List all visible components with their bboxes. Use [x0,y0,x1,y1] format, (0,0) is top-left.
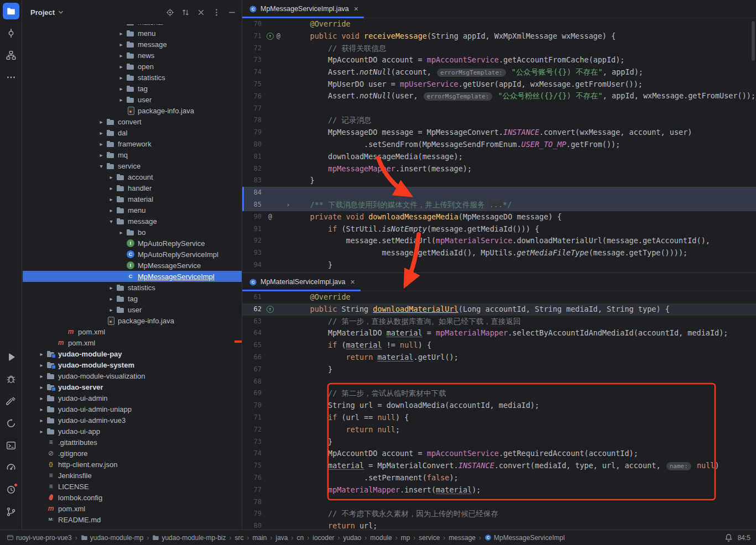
commit-tool-button[interactable] [3,25,19,41]
tree-item[interactable]: ▸message [23,39,242,50]
breadcrumb-item[interactable]: module [370,534,392,542]
chevron-right-icon[interactable]: ▸ [37,351,46,357]
code-text[interactable]: // 获得关联信息 [292,43,756,55]
overriding-method-icon[interactable]: ↑ [267,306,274,313]
code-text[interactable]: MpMaterialDO material = mpMaterialMapper… [292,327,756,339]
code-text[interactable]: MpMessageDO message = MpMessageConvert.I… [292,127,756,139]
code-text[interactable]: material = MpMaterialConvert.INSTANCE.co… [292,460,756,473]
breadcrumb-item[interactable]: src [235,534,244,542]
chevron-right-icon[interactable]: ▸ [97,152,106,158]
chevron-right-icon[interactable]: ▸ [107,307,116,313]
chevron-right-icon[interactable]: ▸ [97,119,106,125]
code-text[interactable]: message.setMediaUrl(mpMaterialService.do… [292,235,756,247]
breadcrumb-item[interactable]: yudao [343,534,362,542]
chevron-right-icon[interactable]: ▸ [37,373,46,379]
chevron-right-icon[interactable]: ▸ [117,64,126,70]
debug-tool-button[interactable] [3,371,19,387]
tree-item[interactable]: ▸handler [23,182,242,193]
code-text[interactable]: if (material != null) { [292,339,756,352]
code-text[interactable]: .setSendFrom(MpMessageSendFromEnum.USER_… [292,139,756,151]
chevron-right-icon[interactable]: ▸ [37,384,46,390]
chevron-right-icon[interactable]: ▸ [107,185,116,191]
breadcrumb-item[interactable]: iocoder [312,534,334,542]
code-text[interactable]: @Override [292,18,756,30]
tree-item[interactable]: ▸yudao-ui-admin-vue3 [23,415,242,426]
services-tool-button[interactable] [3,415,19,432]
breadcrumb-item[interactable]: cn [297,534,304,542]
code-text[interactable]: return material.getUrl(); [292,352,756,364]
tree-item[interactable]: ▸news [23,50,242,61]
tree-item[interactable]: mpom.xml [23,503,242,514]
tree-item[interactable]: ≡LICENSE [23,481,242,492]
notifications-icon[interactable] [724,533,733,542]
tree-item[interactable]: ▸convert [23,116,242,127]
tree-item[interactable]: ▸account [23,171,242,182]
breadcrumb-item[interactable]: CMpMessageServiceImpl [484,534,565,542]
tree-item[interactable]: ▸yudao-ui-admin [23,392,242,403]
code-text[interactable]: mpMessageMapper.insert(message); [292,163,756,175]
breadcrumb-item[interactable]: mp [401,534,410,542]
run-tool-button[interactable] [3,349,19,365]
tree-item[interactable]: mpom.xml [23,326,242,337]
chevron-right-icon[interactable]: ▸ [117,53,126,59]
chevron-down-icon[interactable]: ▾ [107,218,116,224]
tree-item[interactable]: IMpAutoReplyService [23,238,242,249]
tree-item[interactable]: ▸framework [23,138,242,149]
code-text[interactable]: // 第一步，直接从数据库查询。如果已经下载，直接返回 [292,316,756,328]
breadcrumb-item[interactable]: message [449,534,476,542]
more-tools-button[interactable] [3,69,19,86]
tree-item[interactable]: ▸user [23,304,242,315]
locate-file-button[interactable] [166,8,174,17]
tree-item[interactable]: ≡.gitattributes [23,437,242,448]
code-text[interactable]: @Override [292,291,756,303]
tree-item[interactable]: ▸mq [23,149,242,160]
tree-item[interactable]: ▸bo [23,227,242,238]
git-tool-button[interactable] [3,504,19,520]
code-text[interactable]: if (url == null) { [292,412,756,424]
tree-item[interactable]: ▸open [23,61,242,72]
terminal-tool-button[interactable] [3,437,19,454]
tree-item[interactable]: ▸yudao-module-system [23,359,242,370]
code-text[interactable]: if (StrUtil.isNotEmpty(message.getMediaI… [292,223,756,235]
chevron-right-icon[interactable]: ▸ [107,196,116,202]
close-icon[interactable]: × [351,277,355,286]
tree-item[interactable]: ▸yudao-server [23,381,242,392]
tree-item[interactable]: ▸statistics [23,72,242,83]
chevron-right-icon[interactable]: ▸ [107,296,116,302]
tree-item[interactable]: {}http-client.env.json [23,459,242,470]
tree-item[interactable]: ▸menu [23,205,242,216]
breadcrumb-item[interactable]: ruoyi-vue-pro-vue3 [7,534,72,542]
code-text[interactable]: /** 下载消息使用到的媒体文件，并上传到文件服务 ...*/ [292,199,756,211]
code-text[interactable]: message.getMediaId(), MpUtils.getMediaFi… [292,247,756,259]
chevron-right-icon[interactable]: ▸ [37,428,46,434]
chevron-right-icon[interactable]: ▸ [117,97,126,103]
code-text[interactable]: // 记录消息 [292,114,756,127]
code-text[interactable]: } [292,175,756,187]
tree-item[interactable]: ▸yudao-ui-app [23,426,242,437]
tree-item[interactable]: ⊘.gitignore [23,448,242,459]
fold-icon[interactable]: › [284,199,292,211]
tree-item[interactable]: ▸menu [23,28,242,39]
chevron-right-icon[interactable]: ▸ [117,24,126,25]
close-icon[interactable]: × [354,4,358,13]
code-text[interactable]: Assert.notNull(user, errorMsgTemplate: "… [292,90,756,103]
tree-item[interactable]: package-info.java [23,315,242,326]
profiler-tool-button[interactable] [3,459,19,476]
chevron-right-icon[interactable]: ▸ [117,30,126,36]
chevron-right-icon[interactable]: ▸ [107,285,116,291]
tree-item[interactable]: ▸yudao-ui-admin-uniapp [23,403,242,415]
code-text[interactable]: mpMaterialMapper.insert(material); [292,484,756,496]
chevron-down-icon[interactable]: ▾ [97,163,106,169]
tree-item[interactable]: package-info.java [23,105,242,116]
chevron-right-icon[interactable]: ▸ [107,207,116,213]
tree-item[interactable]: ▸dal [23,127,242,138]
build-tool-button[interactable] [3,393,19,410]
editor-tab[interactable]: CMpMaterialServiceImpl.java× [242,273,361,291]
collapse-all-button[interactable] [197,8,205,17]
project-tool-button[interactable] [3,3,19,19]
code-text[interactable]: .setPermanent(false); [292,472,756,484]
tree-item[interactable]: ▾service [23,160,242,171]
tree-item[interactable]: mpom.xml [23,337,242,348]
tree-item[interactable]: ▸yudao-module-visualization [23,370,242,381]
editor-tab[interactable]: CMpMessageServiceImpl.java× [242,0,364,18]
